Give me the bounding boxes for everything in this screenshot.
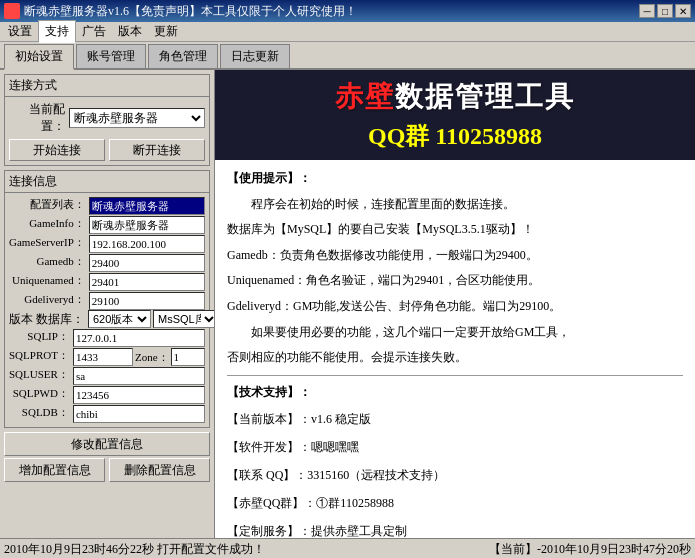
info-section-content: 配置列表： 断魂赤壁服务器 GameInfo： 断魂赤壁服务器 GameServ… <box>5 193 209 427</box>
tab-bar: 初始设置 账号管理 角色管理 日志更新 <box>0 42 695 70</box>
maximize-button[interactable]: □ <box>657 4 673 18</box>
connect-section: 连接方式 当前配置： 断魂赤壁服务器 开始连接 断开连接 <box>4 74 210 166</box>
tips-line-1: 数据库为【MySQL】的要自己安装【MySQL3.5.1驱动】！ <box>227 219 683 241</box>
delete-config-button[interactable]: 删除配置信息 <box>109 458 210 482</box>
title-bar-left: 断魂赤壁服务器v1.6【免责声明】本工具仅限于个人研究使用！ <box>4 3 357 20</box>
tips-line-2: Gamedb：负责角色数据修改功能使用，一般端口为29400。 <box>227 245 683 267</box>
tips-line-6: 否则相应的功能不能使用。会提示连接失败。 <box>227 347 683 369</box>
divider <box>227 375 683 376</box>
tips-title: 【使用提示】： <box>227 168 683 190</box>
current-config-label: 当前配置： <box>9 101 69 135</box>
version-select[interactable]: 620版本 <box>88 310 151 328</box>
tips-line-4: Gdeliveryd：GM功能,发送公告、封停角色功能。端口为29100。 <box>227 296 683 318</box>
right-panel: 赤壁数据管理工具 QQ群 110258988 【使用提示】： 程序会在初始的时候… <box>215 70 695 538</box>
version-row: 版本 数据库： 620版本 MsSQL库 <box>9 310 205 328</box>
menu-support[interactable]: 支持 <box>38 20 76 43</box>
info-section: 连接信息 配置列表： 断魂赤壁服务器 GameInfo： 断魂赤壁服务器 Gam… <box>4 170 210 428</box>
window-title: 断魂赤壁服务器v1.6【免责声明】本工具仅限于个人研究使用！ <box>24 3 357 20</box>
title-bar: 断魂赤壁服务器v1.6【免责声明】本工具仅限于个人研究使用！ ─ □ ✕ <box>0 0 695 22</box>
menu-update[interactable]: 更新 <box>148 21 184 42</box>
main-content: 连接方式 当前配置： 断魂赤壁服务器 开始连接 断开连接 连接信息 配置列 <box>0 70 695 538</box>
info-section-title: 连接信息 <box>5 171 209 193</box>
minimize-button[interactable]: ─ <box>639 4 655 18</box>
gamedb-label: Gamedb： <box>9 254 87 272</box>
status-right: 【当前】-2010年10月9日23时47分20秒 <box>489 541 691 558</box>
gameinfo-label: GameInfo： <box>9 216 87 234</box>
config-list-label: 配置列表： <box>9 197 87 215</box>
sqlpwd-input[interactable] <box>73 386 205 404</box>
sqlip-input[interactable] <box>73 329 205 347</box>
info-grid: 配置列表： 断魂赤壁服务器 GameInfo： 断魂赤壁服务器 GameServ… <box>9 197 205 310</box>
support-block: 【当前版本】：v1.6 稳定版 【软件开发】：嗯嗯嘿嘿 【联系 QQ】：3315… <box>227 407 683 538</box>
connect-section-content: 当前配置： 断魂赤壁服务器 开始连接 断开连接 <box>5 97 209 165</box>
sqlpwd-label: SQLPWD： <box>9 386 71 404</box>
menu-bar: 设置 支持 广告 版本 更新 <box>0 22 695 42</box>
uniquenamed-label: Uniquenamed： <box>9 273 87 291</box>
tips-line-0: 程序会在初始的时候，连接配置里面的数据连接。 <box>227 194 683 216</box>
gdeliveryd-value: 29100 <box>89 292 205 310</box>
close-button[interactable]: ✕ <box>675 4 691 18</box>
menu-ad[interactable]: 广告 <box>76 21 112 42</box>
status-bar: 2010年10月9日23时46分22秒 打开配置文件成功！ 【当前】-2010年… <box>0 538 695 558</box>
support-line-0: 【当前版本】：v1.6 稳定版 <box>227 407 683 431</box>
support-line-1: 【软件开发】：嗯嗯嘿嘿 <box>227 435 683 459</box>
tips-line-5: 如果要使用必要的功能，这几个端口一定要开放给GM工具， <box>227 322 683 344</box>
version-label: 版本 数据库： <box>9 311 86 328</box>
banner-title: 赤壁数据管理工具 <box>225 78 685 116</box>
zone-label: Zone： <box>135 350 169 365</box>
disconnect-button[interactable]: 断开连接 <box>109 139 205 161</box>
add-config-button[interactable]: 增加配置信息 <box>4 458 105 482</box>
left-panel: 连接方式 当前配置： 断魂赤壁服务器 开始连接 断开连接 连接信息 配置列 <box>0 70 215 538</box>
menu-version[interactable]: 版本 <box>112 21 148 42</box>
app-icon <box>4 3 20 19</box>
gdeliveryd-label: Gdeliveryd： <box>9 292 87 310</box>
support-line-2: 【联系 QQ】：3315160（远程技术支持） <box>227 463 683 487</box>
uniquenamed-value: 29401 <box>89 273 205 291</box>
start-connect-button[interactable]: 开始连接 <box>9 139 105 161</box>
tab-account-management[interactable]: 账号管理 <box>76 44 146 68</box>
support-line-3: 【赤壁QQ群】：①群110258988 <box>227 491 683 515</box>
title-controls: ─ □ ✕ <box>639 4 691 18</box>
current-config-row: 当前配置： 断魂赤壁服务器 <box>9 101 205 135</box>
tips-line-3: Uniquenamed：角色名验证，端口为29401，合区功能使用。 <box>227 270 683 292</box>
tab-initial-setup[interactable]: 初始设置 <box>4 44 74 70</box>
sqldb-input[interactable] <box>73 405 205 423</box>
sqlport-input[interactable] <box>73 348 133 366</box>
status-left: 2010年10月9日23时46分22秒 打开配置文件成功！ <box>4 541 265 558</box>
modify-config-button[interactable]: 修改配置信息 <box>4 432 210 456</box>
banner-title-red: 赤壁 <box>335 81 395 112</box>
sqlport-label: SQLPROT： <box>9 348 71 366</box>
gameserverip-value: 192.168.200.100 <box>89 235 205 253</box>
connect-btn-row: 开始连接 断开连接 <box>9 139 205 161</box>
banner: 赤壁数据管理工具 QQ群 110258988 <box>215 70 695 160</box>
banner-qq: QQ群 110258988 <box>225 120 685 152</box>
current-config-select[interactable]: 断魂赤壁服务器 <box>69 108 205 128</box>
action-btn-row: 增加配置信息 删除配置信息 <box>4 458 210 482</box>
sqlport-zone-row: Zone： <box>73 348 205 366</box>
config-list-value: 断魂赤壁服务器 <box>89 197 205 215</box>
tab-role-management[interactable]: 角色管理 <box>148 44 218 68</box>
tab-log-update[interactable]: 日志更新 <box>220 44 290 68</box>
db-select[interactable]: MsSQL库 <box>153 310 215 328</box>
sqldb-label: SQLDB： <box>9 405 71 423</box>
sql-grid: SQLIP： SQLPROT： Zone： SQLUSER： SQLPWD： S… <box>9 329 205 423</box>
sqluser-label: SQLUSER： <box>9 367 71 385</box>
support-title: 【技术支持】： <box>227 382 683 404</box>
sqluser-input[interactable] <box>73 367 205 385</box>
gameserverip-label: GameServerIP： <box>9 235 87 253</box>
menu-settings[interactable]: 设置 <box>2 21 38 42</box>
zone-input[interactable] <box>171 348 205 366</box>
connect-section-title: 连接方式 <box>5 75 209 97</box>
info-text-area: 【使用提示】： 程序会在初始的时候，连接配置里面的数据连接。 数据库为【MySQ… <box>215 160 695 538</box>
support-line-4: 【定制服务】：提供赤壁工具定制 <box>227 519 683 538</box>
gameinfo-value: 断魂赤壁服务器 <box>89 216 205 234</box>
gamedb-value: 29400 <box>89 254 205 272</box>
banner-title-white: 数据管理工具 <box>395 81 575 112</box>
sqlip-label: SQLIP： <box>9 329 71 347</box>
